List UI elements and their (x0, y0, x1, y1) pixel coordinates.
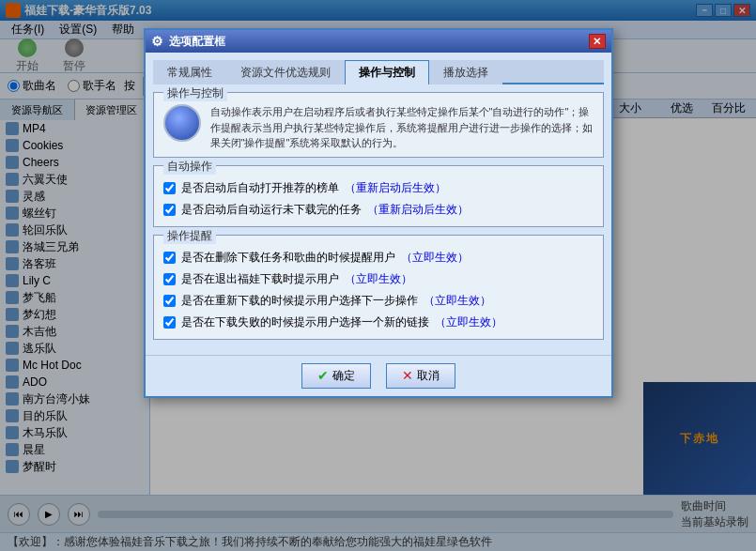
prompt-checkbox-1[interactable] (163, 273, 176, 285)
dialog-tabs: 常规属性资源文件优选规则操作与控制播放选择 (153, 60, 604, 84)
main-window: 福娃下载-豪华音乐版7.03 － □ ✕ 任务(I) 设置(S) 帮助 开始 暂… (0, 0, 756, 551)
dialog-title-bar: ⚙ 选项配置框 ✕ (146, 30, 611, 53)
prompt-label-2: 是否在重新下载的时候提示用户选择下一步操作 (181, 293, 418, 309)
control-icon (163, 104, 201, 142)
section-prompt-title: 操作提醒 (163, 228, 216, 244)
ok-icon: ✔ (317, 368, 329, 383)
prompt-label-3: 是否在下载失败的时候提示用户选择一个新的链接 (181, 314, 429, 330)
dialog-tab-0[interactable]: 常规属性 (153, 60, 226, 84)
prompt-items: 是否在删除下载任务和歌曲的时候提醒用户 （立即生效）是否在退出福娃下载时提示用户… (163, 247, 594, 333)
dialog-overlay: ⚙ 选项配置框 ✕ 常规属性资源文件优选规则操作与控制播放选择 操作与控制 自动… (0, 0, 756, 551)
auto-items: 是否启动后自动打开推荐的榜单 （重新启动后生效）是否启动后自动运行未下载完的任务… (163, 177, 594, 221)
section-auto: 自动操作 是否启动后自动打开推荐的榜单 （重新启动后生效）是否启动后自动运行未下… (153, 165, 604, 227)
control-description: 自动操作表示用户在启动程序后或者执行某些特定操作后某个"自动进行的动作"；操作提… (210, 104, 594, 151)
section-control: 操作与控制 自动操作表示用户在启动程序后或者执行某些特定操作后某个"自动进行的动… (153, 92, 604, 158)
cancel-button[interactable]: ✕ 取消 (386, 363, 455, 389)
ok-button[interactable]: ✔ 确定 (301, 363, 371, 389)
auto-checkbox-1[interactable] (163, 204, 176, 216)
cancel-label: 取消 (417, 368, 440, 384)
prompt-link-3[interactable]: （立即生效） (435, 314, 502, 330)
cancel-icon: ✕ (402, 368, 413, 383)
prompt-item-1: 是否在退出福娃下载时提示用户 （立即生效） (163, 268, 594, 290)
prompt-item-3: 是否在下载失败的时候提示用户选择一个新的链接 （立即生效） (163, 312, 594, 333)
ok-label: 确定 (332, 368, 355, 384)
prompt-link-0[interactable]: （立即生效） (401, 250, 469, 266)
dialog-title: 选项配置框 (169, 34, 589, 50)
prompt-item-2: 是否在重新下载的时候提示用户选择下一步操作 （立即生效） (163, 290, 594, 312)
section-control-title: 操作与控制 (163, 85, 227, 101)
prompt-checkbox-0[interactable] (163, 252, 176, 264)
auto-label-1: 是否启动后自动运行未下载完的任务 (181, 202, 362, 218)
prompt-label-1: 是否在退出福娃下载时提示用户 (181, 271, 339, 287)
auto-link-0[interactable]: （重新启动后生效） (345, 180, 446, 196)
prompt-checkbox-2[interactable] (163, 295, 176, 307)
auto-label-0: 是否启动后自动打开推荐的榜单 (181, 180, 339, 196)
dialog-title-icon: ⚙ (151, 34, 163, 49)
prompt-checkbox-3[interactable] (163, 316, 176, 329)
section-prompt: 操作提醒 是否在删除下载任务和歌曲的时候提醒用户 （立即生效）是否在退出福娃下载… (153, 235, 604, 340)
auto-link-1[interactable]: （重新启动后生效） (367, 202, 469, 218)
dialog-tab-2[interactable]: 操作与控制 (345, 60, 429, 84)
prompt-link-2[interactable]: （立即生效） (424, 293, 491, 309)
dialog-tab-3[interactable]: 播放选择 (429, 60, 502, 84)
options-dialog: ⚙ 选项配置框 ✕ 常规属性资源文件优选规则操作与控制播放选择 操作与控制 自动… (144, 28, 613, 398)
description-area: 自动操作表示用户在启动程序后或者执行某些特定操作后某个"自动进行的动作"；操作提… (163, 104, 594, 151)
auto-checkbox-0[interactable] (163, 182, 176, 194)
dialog-footer: ✔ 确定 ✕ 取消 (146, 355, 611, 396)
auto-item-1: 是否启动后自动运行未下载完的任务 （重新启动后生效） (163, 199, 594, 221)
dialog-body: 常规属性资源文件优选规则操作与控制播放选择 操作与控制 自动操作表示用户在启动程… (146, 53, 611, 355)
prompt-item-0: 是否在删除下载任务和歌曲的时候提醒用户 （立即生效） (163, 247, 594, 268)
auto-item-0: 是否启动后自动打开推荐的榜单 （重新启动后生效） (163, 177, 594, 199)
dialog-close-button[interactable]: ✕ (589, 34, 606, 49)
prompt-link-1[interactable]: （立即生效） (345, 271, 412, 287)
section-auto-title: 自动操作 (163, 159, 216, 175)
dialog-tab-1[interactable]: 资源文件优选规则 (226, 60, 345, 84)
prompt-label-0: 是否在删除下载任务和歌曲的时候提醒用户 (181, 250, 395, 266)
